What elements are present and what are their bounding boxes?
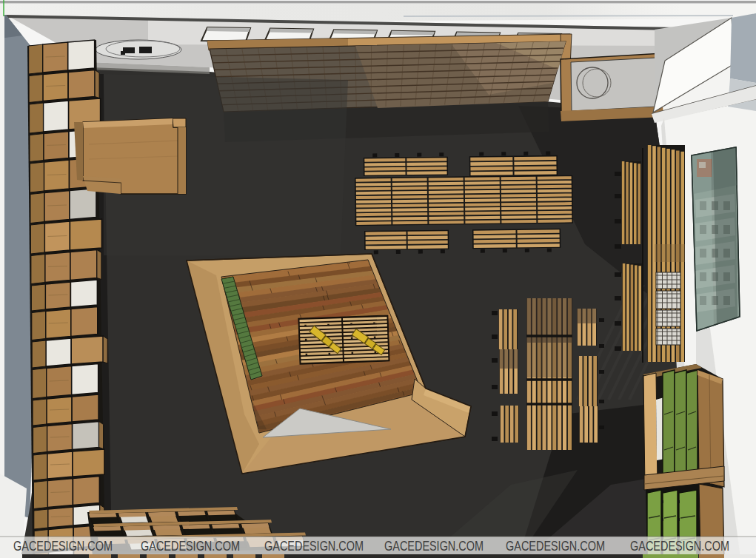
svg-text:GACEDESIGN.COM: GACEDESIGN.COM — [141, 538, 240, 554]
svg-text:GACEDESIGN.COM: GACEDESIGN.COM — [506, 538, 605, 554]
svg-text:GACEDESIGN.COM: GACEDESIGN.COM — [384, 538, 484, 554]
svg-text:GACEDESIGN.COM: GACEDESIGN.COM — [630, 538, 729, 554]
svg-text:GACEDESIGN.COM: GACEDESIGN.COM — [264, 538, 364, 554]
svg-text:GACEDESIGN.COM: GACEDESIGN.COM — [13, 538, 113, 554]
